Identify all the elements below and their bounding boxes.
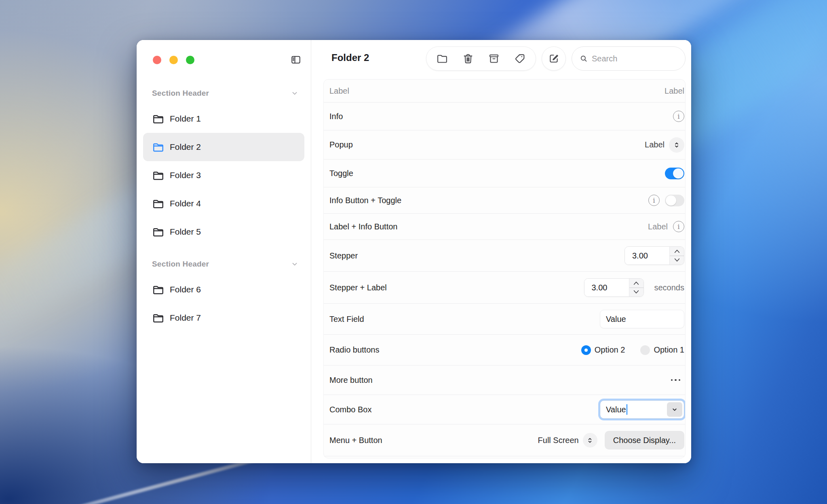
sidebar-item-folder-2-selected[interactable]: Folder 2 (143, 133, 304, 161)
row-stepper: Stepper 3.00 (324, 240, 685, 272)
main-content: Folder 2 (311, 40, 691, 463)
minimize-button[interactable] (169, 56, 178, 64)
row-menu-button: Menu + Button Full Screen Choose Display… (324, 424, 685, 456)
folder-label: Folder 2 (170, 142, 201, 152)
row-label-text: Stepper (329, 251, 358, 260)
info-icon: i (677, 113, 679, 120)
info-button[interactable]: i (673, 221, 684, 232)
stepper-decrement-button[interactable] (670, 256, 684, 265)
close-button[interactable] (153, 56, 161, 64)
stepper-decrement-button[interactable] (629, 288, 643, 297)
sidebar-section-header-2[interactable]: Section Header (143, 256, 304, 272)
radio-option-1[interactable]: Option 1 (640, 345, 684, 355)
choose-display-button-label: Choose Display... (613, 436, 676, 445)
sidebar-section-header-1[interactable]: Section Header (143, 85, 304, 101)
folder-icon (152, 113, 165, 125)
chevron-up-icon (633, 281, 639, 286)
text-field-input[interactable] (606, 315, 678, 324)
menu-popup-button[interactable]: Full Screen (538, 433, 597, 447)
toggle-knob (666, 195, 676, 206)
toggle-switch-off[interactable] (665, 195, 684, 206)
stepper-increment-button[interactable] (670, 247, 684, 256)
chevron-down-icon (291, 260, 299, 268)
sidebar-item-folder-6[interactable]: Folder 6 (143, 275, 304, 304)
row-text-field: Text Field (324, 304, 685, 335)
toggle-switch-on[interactable] (665, 168, 684, 179)
sidebar-item-folder-3[interactable]: Folder 3 (143, 161, 304, 189)
compose-button[interactable] (542, 46, 566, 71)
app-window: Section Header Folder 1 Folder 2 (137, 40, 691, 463)
trash-icon (462, 52, 474, 65)
stepper-control: 3.00 (584, 278, 644, 297)
more-button[interactable] (671, 379, 685, 381)
chevron-up-icon (674, 249, 680, 254)
choose-display-button[interactable]: Choose Display... (605, 431, 684, 449)
section-header-label: Section Header (152, 89, 209, 98)
row-label-info: Label + Info Button Label i (324, 214, 685, 240)
text-field[interactable] (600, 310, 684, 328)
new-folder-button[interactable] (436, 52, 448, 65)
tag-icon (514, 52, 526, 65)
folder-label: Folder 5 (170, 227, 201, 237)
tag-button[interactable] (514, 52, 526, 65)
popup-button[interactable]: Label (645, 137, 684, 153)
folder-label: Folder 3 (170, 170, 201, 180)
sidebar-item-folder-7[interactable]: Folder 7 (143, 304, 304, 332)
combo-box[interactable]: Value (600, 400, 684, 419)
stepper-value: 3.00 (584, 279, 629, 296)
archive-button[interactable] (488, 52, 500, 65)
sidebar-item-folder-5[interactable]: Folder 5 (143, 218, 304, 246)
folder-label: Folder 4 (170, 199, 201, 208)
radio-option-2[interactable]: Option 2 (581, 345, 625, 355)
info-icon: i (653, 197, 655, 204)
folder-icon (152, 226, 165, 238)
folder-label: Folder 7 (170, 313, 201, 323)
row-toggle: Toggle (324, 160, 685, 187)
folder-label: Folder 6 (170, 285, 201, 294)
row-label-text: Info Button + Toggle (329, 196, 401, 205)
radio-label: Option 1 (654, 345, 684, 355)
archive-box-icon (488, 52, 500, 65)
chevron-down-icon (291, 89, 299, 97)
compose-icon (548, 52, 560, 65)
sidebar-item-folder-1[interactable]: Folder 1 (143, 105, 304, 133)
search-field[interactable] (572, 46, 686, 71)
info-icon: i (677, 223, 679, 230)
stepper-unit-label: seconds (654, 283, 685, 292)
section-header-label: Section Header (152, 260, 209, 269)
sidebar-panel-icon (290, 54, 302, 65)
row-more: More button (324, 365, 685, 395)
traffic-lights (137, 55, 311, 64)
zoom-button[interactable] (186, 56, 194, 64)
toolbar-button-group (426, 46, 536, 71)
folder-icon (152, 284, 165, 296)
row-info: Info i (324, 103, 685, 130)
delete-button[interactable] (462, 52, 474, 65)
search-input[interactable] (592, 54, 678, 63)
sidebar-item-folder-4[interactable]: Folder 4 (143, 189, 304, 218)
row-popup: Popup Label (324, 130, 685, 160)
row-label-text: Menu + Button (329, 436, 382, 445)
chevron-up-down-icon (583, 433, 597, 447)
search-icon (579, 54, 588, 63)
row-label-text: Combo Box (329, 405, 372, 414)
folder-icon (436, 52, 448, 65)
info-button[interactable]: i (648, 195, 660, 206)
folder-icon (152, 169, 165, 182)
radio-group: Option 2 Option 1 (581, 345, 684, 355)
sidebar-nav: Section Header Folder 1 Folder 2 (137, 85, 311, 332)
sidebar: Section Header Folder 1 Folder 2 (137, 40, 311, 463)
toggle-sidebar-button[interactable] (290, 54, 302, 66)
chevron-up-down-icon (669, 137, 684, 153)
text-cursor (627, 404, 628, 415)
row-label-text: Stepper + Label (329, 283, 387, 292)
settings-form: Label Label Info i Popup Label T (323, 79, 686, 458)
folder-label: Folder 1 (170, 114, 201, 124)
combo-box-dropdown-button[interactable] (667, 402, 682, 417)
stepper-increment-button[interactable] (629, 279, 643, 288)
row-label-text: Info (329, 112, 343, 121)
info-button[interactable]: i (673, 111, 684, 122)
row-label-text: More button (329, 376, 373, 385)
row-label-text: Radio buttons (329, 345, 379, 355)
menu-popup-value: Full Screen (538, 436, 579, 445)
